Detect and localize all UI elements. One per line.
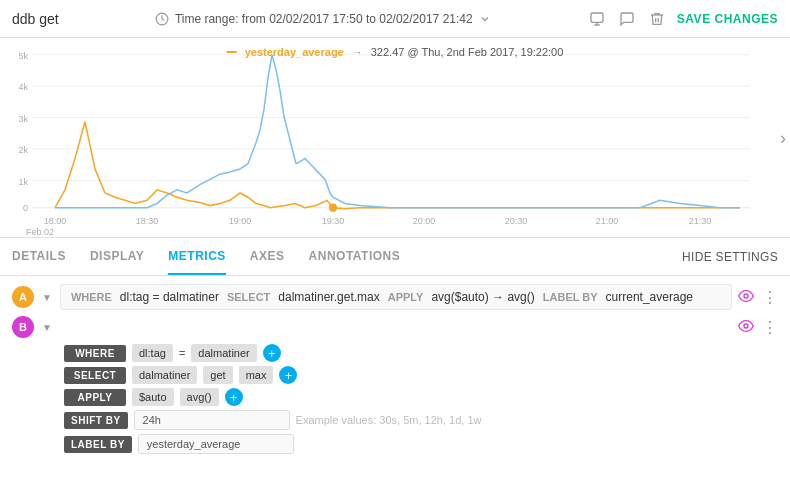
metric-b-shift-input[interactable] <box>134 410 290 430</box>
metric-b-icons: ⋮ <box>738 318 778 337</box>
svg-text:0: 0 <box>23 203 28 213</box>
svg-point-25 <box>744 324 748 328</box>
tabs-bar: DETAILS DISPLAY METRICS AXES ANNOTATIONS… <box>0 238 790 276</box>
delete-button[interactable] <box>647 9 667 29</box>
metric-b-shift-row: SHIFT BY Example values: 30s, 5m, 12h, 1… <box>64 410 778 430</box>
metric-b-apply-add-button[interactable]: + <box>225 388 243 406</box>
metric-row-a: A ▼ WHERE dl:tag = dalmatiner SELECT dal… <box>12 284 778 310</box>
metric-a-where-kw: WHERE <box>71 291 112 303</box>
tab-annotations[interactable]: ANNOTATIONS <box>309 239 401 275</box>
metric-row-b: B ▼ ⋮ <box>12 316 778 338</box>
legend-arrow: → <box>352 46 363 58</box>
metric-b-apply-val2: avg() <box>180 388 219 406</box>
chevron-down-icon[interactable] <box>479 13 491 25</box>
metric-b-select-val2: get <box>203 366 232 384</box>
metric-b-where-val: dalmatiner <box>191 344 256 362</box>
metric-b-apply-row: APPLY $auto avg() + <box>64 388 778 406</box>
svg-text:20:30: 20:30 <box>505 216 527 226</box>
hide-settings-button[interactable]: HIDE SETTINGS <box>682 250 778 264</box>
chart-nav-right[interactable]: › <box>780 127 786 148</box>
metric-b-select-row: SELECT dalmatiner get max + <box>64 366 778 384</box>
tab-display[interactable]: DISPLAY <box>90 239 144 275</box>
svg-text:19:00: 19:00 <box>229 216 251 226</box>
metric-b-where-row: WHERE dl:tag = dalmatiner + <box>64 344 778 362</box>
metric-a-visibility-icon[interactable] <box>738 288 754 307</box>
metric-b-where-field: dl:tag <box>132 344 173 362</box>
metric-b-select-val1: dalmatiner <box>132 366 197 384</box>
comment-button[interactable] <box>617 9 637 29</box>
metric-badge-a: A <box>12 286 34 308</box>
metric-badge-b: B <box>12 316 34 338</box>
chart-legend: yesterday_average → 322.47 @ Thu, 2nd Fe… <box>227 46 564 58</box>
metric-a-apply-val: avg($auto) → avg() <box>431 290 534 304</box>
svg-text:5k: 5k <box>18 51 28 61</box>
metric-b-expanded: WHERE dl:tag = dalmatiner + SELECT dalma… <box>64 344 778 454</box>
metric-b-label-row: LABEL BY <box>64 434 778 454</box>
tab-details[interactable]: DETAILS <box>12 239 66 275</box>
metric-a-select-kw: SELECT <box>227 291 270 303</box>
metric-a-label-kw: LABEL BY <box>543 291 598 303</box>
header: ddb get Time range: from 02/02/2017 17:5… <box>0 0 790 38</box>
screenshot-button[interactable] <box>587 9 607 29</box>
metric-b-visibility-icon[interactable] <box>738 318 754 337</box>
svg-text:19:30: 19:30 <box>322 216 344 226</box>
svg-point-24 <box>744 294 748 298</box>
svg-text:2k: 2k <box>18 145 28 155</box>
metric-a-summary: WHERE dl:tag = dalmatiner SELECT dalmati… <box>60 284 732 310</box>
metric-b-apply-label: APPLY <box>64 389 126 406</box>
svg-point-23 <box>329 203 337 211</box>
tab-axes[interactable]: AXES <box>250 239 285 275</box>
save-changes-button[interactable]: SAVE CHANGES <box>677 12 778 26</box>
metric-b-collapse-button[interactable]: ▼ <box>40 320 54 335</box>
metric-a-icons: ⋮ <box>738 288 778 307</box>
metric-b-where-label: WHERE <box>64 345 126 362</box>
svg-rect-1 <box>591 13 603 22</box>
metric-a-apply-kw: APPLY <box>388 291 424 303</box>
metric-b-select-add-button[interactable]: + <box>279 366 297 384</box>
metric-b-where-add-button[interactable]: + <box>263 344 281 362</box>
metric-b-shift-hint: Example values: 30s, 5m, 12h, 1d, 1w <box>296 414 482 426</box>
metric-b-label-label: LABEL BY <box>64 436 132 453</box>
legend-value: 322.47 @ Thu, 2nd Feb 2017, 19:22:00 <box>371 46 564 58</box>
svg-text:20:00: 20:00 <box>413 216 435 226</box>
tabs-list: DETAILS DISPLAY METRICS AXES ANNOTATIONS <box>12 239 400 275</box>
metric-b-shift-label: SHIFT BY <box>64 412 128 429</box>
time-range-text: Time range: from 02/02/2017 17:50 to 02/… <box>175 12 473 26</box>
time-range-section: Time range: from 02/02/2017 17:50 to 02/… <box>155 12 491 26</box>
header-actions: SAVE CHANGES <box>587 9 778 29</box>
legend-line-orange <box>227 51 237 53</box>
metric-b-where-eq: = <box>179 347 185 359</box>
metric-b-label-input[interactable] <box>138 434 294 454</box>
metrics-panel: A ▼ WHERE dl:tag = dalmatiner SELECT dal… <box>0 276 790 503</box>
svg-text:Feb 02: Feb 02 <box>26 227 54 237</box>
chart-svg: 5k 4k 3k 2k 1k 0 18:00 Feb 02 18:30 19:0… <box>0 38 760 237</box>
svg-text:18:30: 18:30 <box>136 216 158 226</box>
metric-b-select-val3: max <box>239 366 274 384</box>
legend-series-name: yesterday_average <box>245 46 344 58</box>
metric-b-more-icon[interactable]: ⋮ <box>762 318 778 337</box>
metric-a-more-icon[interactable]: ⋮ <box>762 288 778 307</box>
clock-icon <box>155 12 169 26</box>
svg-text:21:00: 21:00 <box>596 216 618 226</box>
tab-metrics[interactable]: METRICS <box>168 239 226 275</box>
svg-text:4k: 4k <box>18 82 28 92</box>
svg-text:3k: 3k <box>18 114 28 124</box>
metric-a-collapse-button[interactable]: ▼ <box>40 290 54 305</box>
metric-a-select-val: dalmatiner.get.max <box>278 290 379 304</box>
chart-area: yesterday_average → 322.47 @ Thu, 2nd Fe… <box>0 38 790 238</box>
metric-a-where-val: dl:tag = dalmatiner <box>120 290 219 304</box>
svg-text:1k: 1k <box>18 176 28 186</box>
metric-b-select-label: SELECT <box>64 367 126 384</box>
metric-b-apply-val1: $auto <box>132 388 174 406</box>
page-title: ddb get <box>12 11 59 27</box>
svg-text:21:30: 21:30 <box>689 216 711 226</box>
svg-text:18:00: 18:00 <box>44 216 66 226</box>
metric-a-label-val: current_average <box>606 290 693 304</box>
